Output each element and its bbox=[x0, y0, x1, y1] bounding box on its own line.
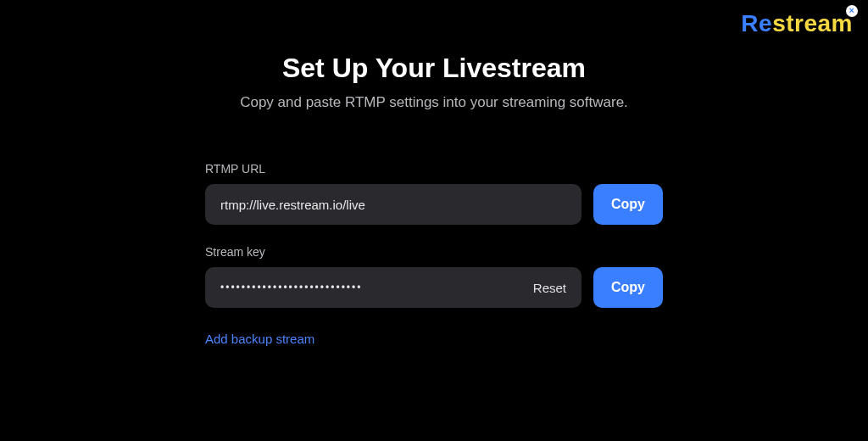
rtmp-url-value: rtmp://live.restream.io/live bbox=[220, 198, 365, 212]
add-backup-stream-link[interactable]: Add backup stream bbox=[205, 332, 314, 346]
page-title: Set Up Your Livestream bbox=[197, 53, 671, 84]
close-icon[interactable]: × bbox=[846, 5, 858, 17]
stream-key-value-masked: ••••••••••••••••••••••••••• bbox=[220, 282, 362, 293]
stream-key-row: ••••••••••••••••••••••••••• Reset Copy bbox=[205, 267, 663, 308]
page-subtitle: Copy and paste RTMP settings into your s… bbox=[197, 94, 671, 111]
copy-rtmp-button[interactable]: Copy bbox=[593, 184, 663, 225]
setup-panel: Set Up Your Livestream Copy and paste RT… bbox=[197, 0, 671, 347]
brand-logo: Restream × bbox=[741, 10, 853, 37]
brand-logo-part2: stream bbox=[772, 10, 853, 36]
copy-stream-key-button[interactable]: Copy bbox=[593, 267, 663, 308]
stream-key-field[interactable]: ••••••••••••••••••••••••••• Reset bbox=[205, 267, 581, 308]
brand-logo-text: Restream × bbox=[741, 10, 853, 37]
brand-logo-part1: Re bbox=[741, 10, 772, 36]
reset-stream-key-link[interactable]: Reset bbox=[533, 281, 566, 295]
rtmp-url-row: rtmp://live.restream.io/live Copy bbox=[205, 184, 663, 225]
rtmp-url-field[interactable]: rtmp://live.restream.io/live bbox=[205, 184, 581, 225]
stream-key-label: Stream key bbox=[205, 245, 663, 259]
form-area: RTMP URL rtmp://live.restream.io/live Co… bbox=[205, 162, 663, 347]
rtmp-url-label: RTMP URL bbox=[205, 162, 663, 176]
